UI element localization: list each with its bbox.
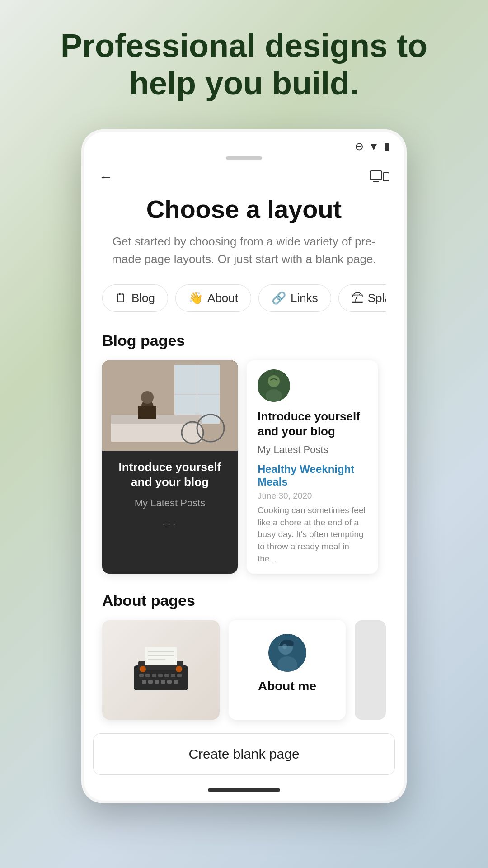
blog-card-1-image xyxy=(102,360,238,451)
status-icons: ⊖ ▼ ▮ xyxy=(355,140,389,153)
svg-rect-13 xyxy=(138,406,156,419)
blog-card-1-subtitle: My Latest Posts xyxy=(113,497,227,509)
filter-tabs: 🗒 Blog 👋 About 🔗 Links ⛱ Splash xyxy=(102,284,386,314)
blog-post-excerpt: Cooking can sometimes feel like a chore … xyxy=(258,505,367,565)
home-indicator xyxy=(208,788,280,792)
page-title: Choose a layout xyxy=(102,194,386,224)
svg-rect-31 xyxy=(177,674,182,677)
blog-card-2[interactable]: Introduce yourself and your blog My Late… xyxy=(247,360,378,574)
splash-icon: ⛱ xyxy=(352,291,363,305)
about-icon: 👋 xyxy=(188,291,203,305)
svg-rect-44 xyxy=(355,620,386,720)
about-card-2-name: About me xyxy=(258,679,316,693)
device-view-icon[interactable] xyxy=(370,170,389,184)
about-card-1[interactable] xyxy=(102,620,220,720)
svg-rect-36 xyxy=(167,680,172,684)
back-button[interactable]: ← xyxy=(99,169,113,185)
svg-rect-28 xyxy=(158,674,163,677)
blog-card-1-bg xyxy=(102,360,238,451)
top-nav: ← xyxy=(84,165,404,194)
blog-card-1-title: Introduce yourself and your blog xyxy=(113,460,227,491)
tab-links-label: Links xyxy=(291,291,318,305)
tab-blog[interactable]: 🗒 Blog xyxy=(102,284,168,312)
blog-section-title: Blog pages xyxy=(102,332,386,349)
blog-card-1[interactable]: Introduce yourself and your blog My Late… xyxy=(102,360,238,574)
blog-cards-row: Introduce yourself and your blog My Late… xyxy=(102,360,386,574)
alarm-icon: ⊖ xyxy=(355,140,364,153)
blog-post-title: Healthy Weeknight Meals xyxy=(258,463,367,488)
svg-point-12 xyxy=(141,391,154,404)
svg-point-43 xyxy=(282,644,287,649)
svg-rect-37 xyxy=(174,680,178,684)
blog-icon: 🗒 xyxy=(115,291,127,305)
about-card-3-partial xyxy=(355,620,386,720)
avatar-inner xyxy=(258,369,290,402)
create-blank-button[interactable]: Create blank page xyxy=(93,733,395,775)
tab-links[interactable]: 🔗 Links xyxy=(258,284,331,312)
about-card-1-bg xyxy=(102,620,220,720)
blog-card-2-section-label: My Latest Posts xyxy=(258,444,367,456)
drag-handle xyxy=(226,156,262,160)
about-card-2[interactable]: About me xyxy=(229,620,345,720)
main-content: Choose a layout Get started by choosing … xyxy=(84,194,404,729)
svg-point-15 xyxy=(268,375,280,387)
svg-rect-1 xyxy=(383,173,389,181)
about-section-title: About pages xyxy=(102,592,386,609)
hero-title: Professional designs to help you build. xyxy=(0,27,488,102)
svg-rect-21 xyxy=(145,647,177,665)
links-icon: 🔗 xyxy=(272,291,286,305)
wifi-icon: ▼ xyxy=(368,140,379,153)
battery-icon: ▮ xyxy=(384,140,389,153)
tab-about-label: About xyxy=(207,291,238,305)
svg-rect-27 xyxy=(152,674,156,677)
svg-point-39 xyxy=(176,666,182,672)
svg-rect-30 xyxy=(171,674,175,677)
page-subtitle: Get started by choosing from a wide vari… xyxy=(102,233,386,268)
svg-point-38 xyxy=(140,666,146,672)
about-cards-row: About me xyxy=(102,620,386,720)
blog-card-1-dots: ... xyxy=(113,514,227,528)
svg-rect-0 xyxy=(370,171,382,180)
blog-card-2-avatar xyxy=(258,369,290,402)
svg-rect-25 xyxy=(139,674,144,677)
svg-rect-29 xyxy=(164,674,169,677)
svg-rect-35 xyxy=(161,680,165,684)
svg-rect-33 xyxy=(148,680,153,684)
blog-card-2-title: Introduce yourself and your blog xyxy=(258,409,367,440)
blog-card-1-body: Introduce yourself and your blog My Late… xyxy=(102,451,238,540)
svg-rect-26 xyxy=(145,674,150,677)
svg-point-16 xyxy=(266,389,282,402)
blog-card-2-body: Introduce yourself and your blog My Late… xyxy=(247,360,378,574)
tab-splash-label: Splash xyxy=(368,291,386,305)
about-avatar xyxy=(268,634,306,672)
svg-rect-32 xyxy=(142,680,146,684)
tab-blog-label: Blog xyxy=(131,291,155,305)
tab-splash[interactable]: ⛱ Splash xyxy=(338,284,386,312)
svg-rect-34 xyxy=(155,680,159,684)
tab-about[interactable]: 👋 About xyxy=(175,284,251,312)
blog-post-date: June 30, 2020 xyxy=(258,491,367,501)
status-bar: ⊖ ▼ ▮ xyxy=(84,132,404,156)
phone-mockup: ⊖ ▼ ▮ ← Choose a layout Get started xyxy=(81,129,407,804)
